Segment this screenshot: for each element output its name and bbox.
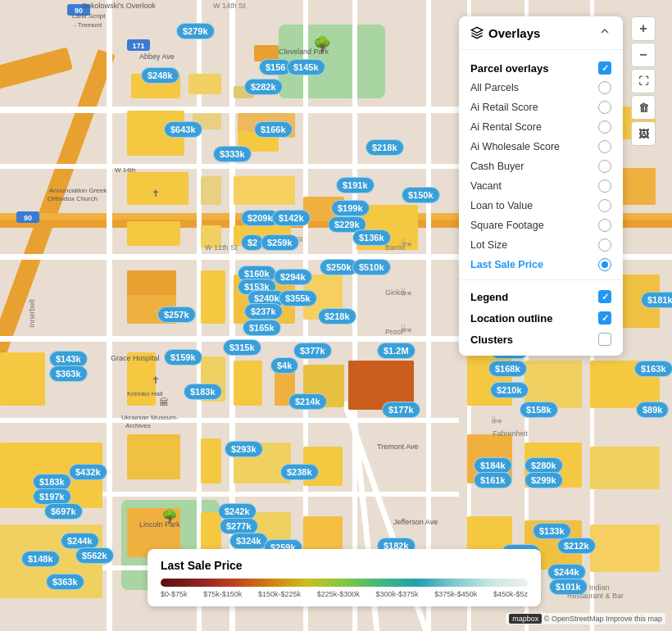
legend-label-3: $225k-$300k bbox=[317, 590, 360, 598]
ai-rental-radio[interactable] bbox=[598, 120, 611, 134]
price-bubble-b9[interactable]: $333k bbox=[213, 146, 252, 162]
square-footage-radio[interactable] bbox=[598, 219, 611, 232]
ai-wholesale-radio[interactable] bbox=[598, 140, 611, 153]
price-bubble-b43[interactable]: $210k bbox=[490, 382, 529, 398]
cash-buyer-item[interactable]: Cash Buyer bbox=[459, 157, 623, 176]
location-outline-checkbox[interactable] bbox=[598, 311, 611, 325]
overlays-title: Overlays bbox=[470, 26, 540, 40]
price-bubble-b66[interactable]: $133k bbox=[533, 523, 571, 539]
price-bubble-b34[interactable]: $159k bbox=[164, 349, 202, 365]
price-bubble-b33[interactable]: $363k bbox=[49, 365, 88, 382]
price-bubble-b11[interactable]: $150k bbox=[402, 187, 440, 203]
price-bubble-b10[interactable]: $191k bbox=[336, 177, 375, 193]
vacant-radio[interactable] bbox=[598, 179, 611, 193]
zoom-in-button[interactable]: + bbox=[631, 16, 656, 41]
price-bubble-b50[interactable]: $432k bbox=[69, 464, 107, 480]
price-bubble-b56[interactable]: $299k bbox=[524, 472, 563, 488]
square-footage-item[interactable]: Square Footage bbox=[459, 216, 623, 235]
price-bubble-b44[interactable]: $158k bbox=[520, 402, 558, 418]
price-bubble-b20[interactable]: $510k bbox=[352, 259, 391, 275]
price-bubble-b27[interactable]: $218k bbox=[318, 308, 356, 325]
price-bubble-b6[interactable]: $643k bbox=[164, 121, 202, 138]
parcel-overlays-checkbox[interactable] bbox=[598, 61, 611, 75]
price-bubble-b58[interactable]: $277k bbox=[220, 518, 258, 534]
price-bubble-b62[interactable]: $562k bbox=[75, 547, 114, 564]
legend-label-0: $0-$75k bbox=[161, 590, 188, 598]
zoom-out-button[interactable]: − bbox=[631, 43, 656, 67]
price-bubble-b14[interactable]: $142k bbox=[272, 210, 311, 226]
ai-wholesale-label: Ai Wholesale Score bbox=[470, 141, 560, 152]
price-bubble-b45[interactable]: $163k bbox=[634, 361, 672, 377]
price-bubble-b57[interactable]: $242k bbox=[218, 503, 257, 520]
price-bubble-b46[interactable]: $293k bbox=[225, 441, 263, 457]
price-bubble-b38[interactable]: $1.2M bbox=[377, 343, 415, 359]
loan-to-value-radio[interactable] bbox=[598, 199, 611, 212]
ai-rental-item[interactable]: Ai Rental Score bbox=[459, 117, 623, 137]
price-bubble-b35[interactable]: $4k bbox=[270, 357, 298, 374]
price-bubble-b59[interactable]: $324k bbox=[229, 533, 268, 549]
last-sale-price-item[interactable]: Last Sale Price bbox=[459, 255, 623, 275]
price-bubble-b49[interactable]: $183k bbox=[33, 474, 71, 490]
price-bubble-b52[interactable]: $697k bbox=[44, 503, 83, 520]
ai-retail-radio[interactable] bbox=[598, 101, 611, 114]
price-bubble-b37[interactable]: $214k bbox=[288, 393, 327, 410]
lot-size-radio[interactable] bbox=[598, 238, 611, 252]
price-bubble-b39[interactable]: $177k bbox=[382, 402, 420, 418]
clusters-section: Clusters bbox=[459, 328, 623, 349]
collapse-button[interactable] bbox=[598, 25, 611, 41]
lot-size-item[interactable]: Lot Size bbox=[459, 235, 623, 255]
location-outline-label: Location outline bbox=[470, 312, 552, 325]
ai-retail-item[interactable]: Ai Retail Score bbox=[459, 98, 623, 117]
price-bubble-b4[interactable]: $145k bbox=[287, 59, 325, 75]
all-parcels-radio[interactable] bbox=[598, 81, 611, 94]
trash-button[interactable]: 🗑 bbox=[631, 95, 656, 120]
price-bubble-b61[interactable]: $244k bbox=[61, 533, 99, 549]
price-bubble-b47[interactable]: $238k bbox=[280, 464, 319, 480]
price-bubble-b63[interactable]: $148k bbox=[21, 551, 60, 567]
loan-to-value-item[interactable]: Loan to Value bbox=[459, 196, 623, 216]
price-bubble-b22[interactable]: $294k bbox=[274, 269, 312, 285]
price-bubble-b54[interactable]: $161k bbox=[474, 472, 512, 488]
cash-buyer-radio[interactable] bbox=[598, 160, 611, 173]
price-bubble-b30[interactable]: $315k bbox=[223, 339, 261, 356]
price-bubble-b26[interactable]: $237k bbox=[244, 303, 283, 320]
price-bubble-b29[interactable]: $165k bbox=[243, 320, 281, 336]
price-bubble-b71[interactable]: $101k bbox=[549, 579, 588, 595]
legend-checkbox[interactable] bbox=[598, 290, 611, 303]
price-bubble-b51[interactable]: $197k bbox=[33, 488, 71, 505]
all-parcels-item[interactable]: All Parcels bbox=[459, 78, 623, 98]
legend-labels: $0-$75k $75k-$150k $150k-$225k $225k-$30… bbox=[161, 590, 528, 598]
image-button[interactable]: 🖼 bbox=[631, 121, 656, 146]
fullscreen-button[interactable]: ⛶ bbox=[631, 69, 656, 93]
price-bubble-b25[interactable]: $355k bbox=[279, 290, 317, 306]
price-bubble-b42[interactable]: $168k bbox=[488, 361, 527, 377]
ai-wholesale-item[interactable]: Ai Wholesale Score bbox=[459, 137, 623, 157]
overlays-title-text: Overlays bbox=[488, 26, 540, 40]
legend-label: Legend bbox=[470, 291, 508, 303]
parcel-overlays-label: Parcel overlays bbox=[470, 62, 548, 75]
price-bubble-b55[interactable]: $280k bbox=[524, 457, 563, 474]
price-bubble-b18[interactable]: $259k bbox=[261, 234, 299, 251]
price-bubble-b12[interactable]: $199k bbox=[331, 200, 370, 216]
last-sale-price-radio[interactable] bbox=[598, 258, 611, 271]
price-bubble-b7[interactable]: $166k bbox=[254, 121, 293, 138]
price-bubble-b2[interactable]: $248k bbox=[141, 67, 179, 84]
price-bubble-b67[interactable]: $212k bbox=[557, 538, 596, 554]
price-bubble-b32[interactable]: $143k bbox=[49, 351, 88, 367]
price-bubble-b48[interactable]: $89k bbox=[636, 402, 669, 418]
vacant-item[interactable]: Vacant bbox=[459, 176, 623, 196]
price-bubble-b69[interactable]: $244k bbox=[547, 564, 586, 580]
price-bubble-b53[interactable]: $184k bbox=[474, 457, 512, 474]
price-bubble-b36[interactable]: $183k bbox=[184, 384, 222, 400]
price-bubble-b28[interactable]: $257k bbox=[157, 306, 196, 323]
price-bubble-b40[interactable]: $181k bbox=[641, 292, 672, 308]
price-bubble-b1[interactable]: $279k bbox=[176, 23, 215, 39]
price-bubble-b16[interactable]: $136k bbox=[352, 229, 391, 246]
all-parcels-label: All Parcels bbox=[470, 82, 519, 93]
loan-to-value-label: Loan to Value bbox=[470, 200, 533, 211]
clusters-checkbox[interactable] bbox=[598, 333, 611, 346]
price-bubble-b64[interactable]: $363k bbox=[46, 574, 84, 590]
price-bubble-b5[interactable]: $282k bbox=[244, 79, 283, 95]
price-bubble-b31[interactable]: $377k bbox=[293, 343, 332, 359]
price-bubble-b8[interactable]: $218k bbox=[366, 139, 404, 156]
